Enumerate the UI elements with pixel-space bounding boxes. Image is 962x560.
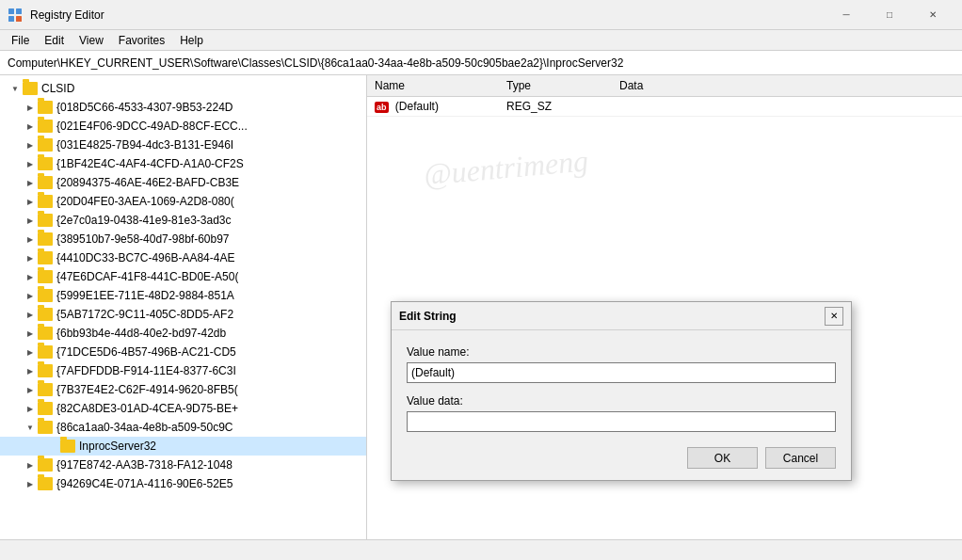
tree-item-82ca[interactable]: ▶ {82CA8DE3-01AD-4CEA-9D75-BE+ xyxy=(0,399,366,418)
expander-5999[interactable]: ▶ xyxy=(23,288,38,303)
expander-021e[interactable]: ▶ xyxy=(23,119,38,134)
expander-82ca[interactable]: ▶ xyxy=(23,401,38,416)
menu-favorites[interactable]: Favorites xyxy=(111,32,172,49)
folder-icon-82ca xyxy=(38,402,53,415)
tree-item-9426[interactable]: ▶ {94269C4E-071A-4116-90E6-52E5 xyxy=(0,474,366,493)
tree-label-4410: {4410DC33-BC7C-496B-AA84-4AE xyxy=(56,251,234,264)
folder-icon-018d xyxy=(38,101,53,114)
menu-help[interactable]: Help xyxy=(172,32,211,49)
expander-5ab7[interactable]: ▶ xyxy=(23,307,38,322)
folder-icon-6bb9 xyxy=(38,327,53,340)
app-icon xyxy=(8,8,23,23)
folder-icon-9426 xyxy=(38,477,53,490)
menu-bar: File Edit View Favorites Help xyxy=(0,30,962,51)
tree-panel[interactable]: ▼ CLSID ▶ {018D5C66-4533-4307-9B53-224D … xyxy=(0,75,367,539)
tree-item-7b37[interactable]: ▶ {7B37E4E2-C62F-4914-9620-8FB5( xyxy=(0,380,366,399)
tree-label-20d0: {20D04FE0-3AEA-1069-A2D8-080( xyxy=(56,195,234,208)
expander-20d0[interactable]: ▶ xyxy=(23,194,38,209)
expander-1bf4[interactable]: ▶ xyxy=(23,156,38,171)
maximize-button[interactable]: □ xyxy=(868,0,911,30)
tree-item-3895[interactable]: ▶ {389510b7-9e58-40d7-98bf-60b97 xyxy=(0,230,366,248)
title-bar: Registry Editor ─ □ ✕ xyxy=(0,0,962,30)
tree-label-6bb9: {6bb93b4e-44d8-40e2-bd97-42db xyxy=(56,327,226,340)
folder-icon-20d0 xyxy=(38,195,53,208)
tree-item-031e[interactable]: ▶ {031E4825-7B94-4dc3-B131-E946I xyxy=(0,136,366,154)
tree-label-917e: {917E8742-AA3B-7318-FA12-1048 xyxy=(56,458,232,472)
tree-label-031e: {031E4825-7B94-4dc3-B131-E946I xyxy=(56,138,233,152)
dialog-body: Value name: Value data: OK Cancel xyxy=(392,330,851,480)
expander-2e7c[interactable]: ▶ xyxy=(23,213,38,228)
tree-item-021e[interactable]: ▶ {021E4F06-9DCC-49AD-88CF-ECC... xyxy=(0,117,366,136)
col-data: Data xyxy=(612,75,962,97)
tree-label-47e6: {47E6DCAF-41F8-441C-BD0E-A50( xyxy=(56,270,238,283)
tree-item-5999[interactable]: ▶ {5999E1EE-711E-48D2-9884-851A xyxy=(0,286,366,305)
expander-9426[interactable]: ▶ xyxy=(23,476,38,491)
folder-icon-7afd xyxy=(38,364,53,377)
tree-item-4410[interactable]: ▶ {4410DC33-BC7C-496B-AA84-4AE xyxy=(0,248,366,267)
tree-item-018d[interactable]: ▶ {018D5C66-4533-4307-9B53-224D xyxy=(0,98,366,117)
tree-item-5ab7[interactable]: ▶ {5AB7172C-9C11-405C-8DD5-AF2 xyxy=(0,305,366,324)
expander-018d[interactable]: ▶ xyxy=(23,100,38,115)
value-data-input[interactable] xyxy=(407,411,836,432)
expander-71dc[interactable]: ▶ xyxy=(23,344,38,360)
expander-47e6[interactable]: ▶ xyxy=(23,269,38,284)
expander-clsid[interactable]: ▼ xyxy=(8,81,23,96)
svg-rect-0 xyxy=(8,8,14,14)
tree-item-2089[interactable]: ▶ {20894375-46AE-46E2-BAFD-CB3E xyxy=(0,173,366,192)
tree-item-86ca[interactable]: ▼ {86ca1aa0-34aa-4e8b-a509-50c9C xyxy=(0,418,366,437)
tree-item-7afd[interactable]: ▶ {7AFDFDDB-F914-11E4-8377-6C3I xyxy=(0,361,366,380)
dialog-buttons: OK Cancel xyxy=(407,443,836,469)
row-data xyxy=(612,97,962,117)
ab-icon: ab xyxy=(375,102,389,113)
menu-file[interactable]: File xyxy=(4,32,37,49)
dialog-close-button[interactable]: ✕ xyxy=(825,307,843,326)
folder-icon-5999 xyxy=(38,289,53,302)
folder-icon-917e xyxy=(38,458,53,472)
tree-label-82ca: {82CA8DE3-01AD-4CEA-9D75-BE+ xyxy=(56,402,238,415)
tree-label-018d: {018D5C66-4533-4307-9B53-224D xyxy=(56,101,232,114)
tree-item-1bf4[interactable]: ▶ {1BF42E4C-4AF4-4CFD-A1A0-CF2S xyxy=(0,154,366,173)
expander-6bb9[interactable]: ▶ xyxy=(23,326,38,341)
folder-icon-2e7c xyxy=(38,214,53,227)
col-name: Name xyxy=(367,75,499,97)
expander-7b37[interactable]: ▶ xyxy=(23,382,38,397)
main-content: ▼ CLSID ▶ {018D5C66-4533-4307-9B53-224D … xyxy=(0,75,962,539)
menu-edit[interactable]: Edit xyxy=(37,32,72,49)
tree-label-7b37: {7B37E4E2-C62F-4914-9620-8FB5( xyxy=(56,383,238,396)
tree-item-71dc[interactable]: ▶ {71DCE5D6-4B57-496B-AC21-CD5 xyxy=(0,343,366,361)
folder-icon-5ab7 xyxy=(38,308,53,321)
expander-4410[interactable]: ▶ xyxy=(23,250,38,265)
folder-icon-7b37 xyxy=(38,383,53,396)
expander-86ca[interactable]: ▼ xyxy=(23,420,38,435)
app-title: Registry Editor xyxy=(30,8,825,22)
tree-item-917e[interactable]: ▶ {917E8742-AA3B-7318-FA12-1048 xyxy=(0,456,366,474)
address-bar[interactable]: Computer\HKEY_CURRENT_USER\Software\Clas… xyxy=(0,51,962,75)
menu-view[interactable]: View xyxy=(72,32,111,49)
expander-2089[interactable]: ▶ xyxy=(23,175,38,190)
tree-item-20d0[interactable]: ▶ {20D04FE0-3AEA-1069-A2D8-080( xyxy=(0,192,366,211)
status-bar xyxy=(0,539,962,560)
tree-label-7afd: {7AFDFDDB-F914-11E4-8377-6C3I xyxy=(56,364,236,377)
close-button[interactable]: ✕ xyxy=(911,0,954,30)
expander-3895[interactable]: ▶ xyxy=(23,232,38,247)
folder-icon-3895 xyxy=(38,232,53,246)
minimize-button[interactable]: ─ xyxy=(825,0,868,30)
tree-item-2e7c[interactable]: ▶ {2e7c0a19-0438-41e9-81e3-3ad3c xyxy=(0,211,366,230)
table-row[interactable]: ab (Default) REG_SZ xyxy=(367,97,962,117)
folder-icon-47e6 xyxy=(38,270,53,283)
tree-item-6bb9[interactable]: ▶ {6bb93b4e-44d8-40e2-bd97-42db xyxy=(0,324,366,343)
tree-item-inproc[interactable]: ▶ InprocServer32 xyxy=(0,437,366,456)
expander-7afd[interactable]: ▶ xyxy=(23,363,38,378)
tree-label-2089: {20894375-46AE-46E2-BAFD-CB3E xyxy=(56,176,239,189)
expander-917e[interactable]: ▶ xyxy=(23,457,38,472)
tree-item-47e6[interactable]: ▶ {47E6DCAF-41F8-441C-BD0E-A50( xyxy=(0,267,366,286)
folder-icon-2089 xyxy=(38,176,53,189)
ok-button[interactable]: OK xyxy=(687,447,758,469)
svg-rect-1 xyxy=(16,8,22,14)
cancel-button[interactable]: Cancel xyxy=(765,447,836,469)
tree-label-71dc: {71DCE5D6-4B57-496B-AC21-CD5 xyxy=(56,345,236,359)
tree-item-clsid[interactable]: ▼ CLSID xyxy=(0,79,366,98)
expander-031e[interactable]: ▶ xyxy=(23,137,38,152)
value-name-input[interactable] xyxy=(407,362,836,383)
row-name: ab (Default) xyxy=(367,97,499,117)
